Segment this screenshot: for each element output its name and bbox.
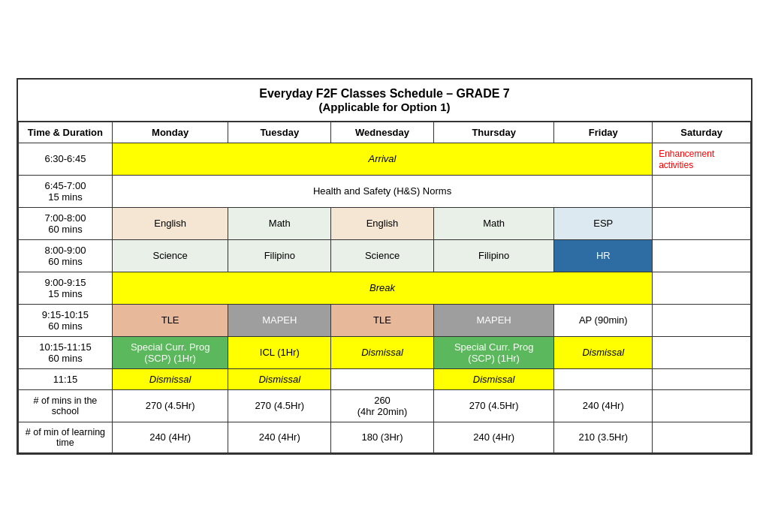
row-700: 7:00-8:0060 mins English Math English Ma…	[19, 207, 751, 239]
sat-700	[653, 207, 751, 239]
label-mins-school: # of mins in the school	[19, 389, 113, 422]
tue-dismissal: Dismissal	[228, 368, 331, 389]
mon-english: English	[112, 207, 228, 239]
sat-learning	[653, 422, 751, 452]
wed-1115	[331, 368, 434, 389]
sub-title: (Applicable for Option 1)	[26, 101, 743, 113]
enhancement-text1: Enhancement	[659, 149, 714, 159]
row-800: 8:00-9:0060 mins Science Filipino Scienc…	[19, 239, 751, 272]
thu-filipino: Filipino	[433, 239, 554, 272]
time-645: 6:45-7:0015 mins	[19, 175, 113, 207]
tue-mapeh: MAPEH	[228, 304, 331, 336]
mon-scp: Special Curr. Prog (SCP) (1Hr)	[112, 336, 228, 368]
tue-mins-school: 270 (4.5Hr)	[228, 389, 331, 422]
page-wrapper: Everyday F2F Classes Schedule – GRADE 7 …	[17, 78, 752, 455]
thu-mins-school: 270 (4.5Hr)	[433, 389, 554, 422]
wed-science: Science	[331, 239, 434, 272]
time-700: 7:00-8:0060 mins	[19, 207, 113, 239]
sat-1015	[653, 336, 751, 368]
row-915: 9:15-10:1560 mins TLE MAPEH TLE MAPEH AP…	[19, 304, 751, 336]
wed-learning: 180 (3Hr)	[331, 422, 434, 452]
wed-dismissal: Dismissal	[331, 336, 434, 368]
fri-dismissal: Dismissal	[554, 336, 653, 368]
header-monday: Monday	[112, 122, 228, 143]
row-1015: 10:15-11:1560 mins Special Curr. Prog (S…	[19, 336, 751, 368]
sat-1115	[653, 368, 751, 389]
fri-esp: ESP	[554, 207, 653, 239]
header-row: Time & Duration Monday Tuesday Wednesday…	[19, 122, 751, 143]
row-900: 9:00-9:1515 mins Break	[19, 272, 751, 304]
label-learning-time: # of min of learning time	[19, 422, 113, 452]
header-time: Time & Duration	[19, 122, 113, 143]
break-cell: Break	[112, 272, 652, 304]
schedule-table: Time & Duration Monday Tuesday Wednesday…	[18, 122, 751, 453]
arrival-cell: Arrival	[112, 143, 652, 175]
header-saturday: Saturday	[653, 122, 751, 143]
wed-english: English	[331, 207, 434, 239]
mon-learning: 240 (4Hr)	[112, 422, 228, 452]
time-800: 8:00-9:0060 mins	[19, 239, 113, 272]
fri-1115	[554, 368, 653, 389]
title-row: Everyday F2F Classes Schedule – GRADE 7 …	[18, 80, 751, 122]
thu-mapeh: MAPEH	[433, 304, 554, 336]
sat-915	[653, 304, 751, 336]
row-learning-time: # of min of learning time 240 (4Hr) 240 …	[19, 422, 751, 452]
thu-math: Math	[433, 207, 554, 239]
hs-cell: Health and Safety (H&S) Norms	[112, 175, 652, 207]
sat-800	[653, 239, 751, 272]
sat-break	[653, 272, 751, 304]
wed-tle: TLE	[331, 304, 434, 336]
mon-dismissal: Dismissal	[112, 368, 228, 389]
header-thursday: Thursday	[433, 122, 554, 143]
header-wednesday: Wednesday	[331, 122, 434, 143]
time-1115: 11:15	[19, 368, 113, 389]
schedule-container: Everyday F2F Classes Schedule – GRADE 7 …	[17, 78, 752, 455]
row-mins-school: # of mins in the school 270 (4.5Hr) 270 …	[19, 389, 751, 422]
row-630: 6:30-6:45 Arrival Enhancement activities	[19, 143, 751, 175]
fri-learning: 210 (3.5Hr)	[554, 422, 653, 452]
header-tuesday: Tuesday	[228, 122, 331, 143]
row-1115: 11:15 Dismissal Dismissal Dismissal	[19, 368, 751, 389]
mon-mins-school: 270 (4.5Hr)	[112, 389, 228, 422]
fri-mins-school: 240 (4Hr)	[554, 389, 653, 422]
time-630: 6:30-6:45	[19, 143, 113, 175]
sat-mins-school	[653, 389, 751, 422]
tue-math: Math	[228, 207, 331, 239]
thu-dismissal: Dismissal	[433, 368, 554, 389]
header-friday: Friday	[554, 122, 653, 143]
time-915: 9:15-10:1560 mins	[19, 304, 113, 336]
main-title: Everyday F2F Classes Schedule – GRADE 7	[26, 87, 743, 101]
tue-learning: 240 (4Hr)	[228, 422, 331, 452]
tue-icl: ICL (1Hr)	[228, 336, 331, 368]
fri-ap: AP (90min)	[554, 304, 653, 336]
row-645: 6:45-7:0015 mins Health and Safety (H&S)…	[19, 175, 751, 207]
time-900: 9:00-9:1515 mins	[19, 272, 113, 304]
tue-filipino: Filipino	[228, 239, 331, 272]
thu-learning: 240 (4Hr)	[433, 422, 554, 452]
thu-scp: Special Curr. Prog (SCP) (1Hr)	[433, 336, 554, 368]
mon-tle: TLE	[112, 304, 228, 336]
wed-mins-school: 260(4hr 20min)	[331, 389, 434, 422]
saturday-enhancement: Enhancement activities	[653, 143, 751, 175]
mon-science: Science	[112, 239, 228, 272]
enhancement-text2: activities	[659, 160, 693, 170]
fri-hr: HR	[554, 239, 653, 272]
time-1015: 10:15-11:1560 mins	[19, 336, 113, 368]
sat-hs	[653, 175, 751, 207]
